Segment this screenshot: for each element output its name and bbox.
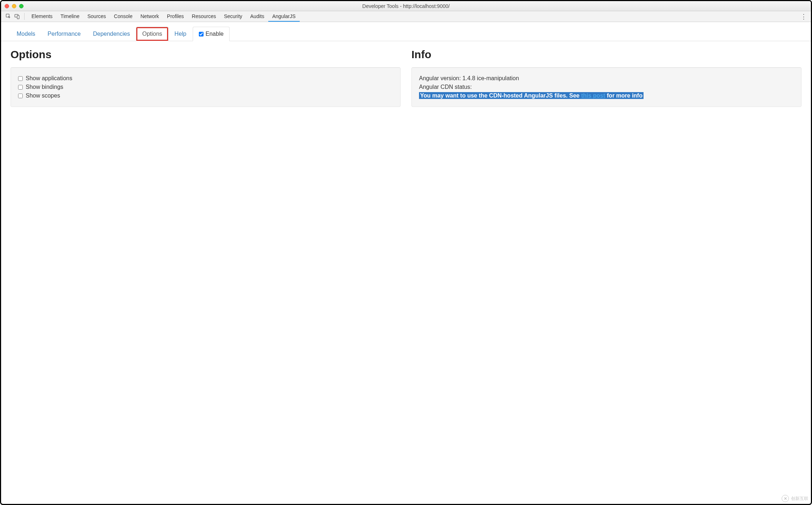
angularjs-tab-options[interactable]: Options bbox=[136, 27, 168, 41]
angularjs-panel-tabs: ModelsPerformanceDependenciesOptionsHelp… bbox=[1, 22, 811, 41]
info-column: Info Angular version: 1.4.8 ice-manipula… bbox=[411, 48, 802, 107]
watermark-text: 创新互联 bbox=[791, 496, 808, 502]
window-title: Developer Tools - http://localhost:9000/ bbox=[1, 3, 811, 9]
window-minimize-button[interactable] bbox=[12, 4, 16, 8]
device-toggle-icon[interactable] bbox=[13, 11, 21, 22]
option-checkbox[interactable] bbox=[18, 76, 23, 81]
watermark: ✕ 创新互联 bbox=[782, 495, 808, 502]
devtools-tab-elements[interactable]: Elements bbox=[27, 11, 56, 22]
angular-version-text: Angular version: 1.4.8 ice-manipulation bbox=[419, 74, 794, 83]
enable-toggle[interactable]: Enable bbox=[193, 27, 230, 41]
devtools-tab-angularjs[interactable]: AngularJS bbox=[268, 11, 300, 22]
option-label: Show scopes bbox=[26, 92, 60, 99]
cdn-post-link[interactable]: this post bbox=[581, 92, 605, 99]
info-heading: Info bbox=[411, 48, 802, 61]
option-label: Show bindings bbox=[26, 84, 63, 90]
devtools-tab-resources[interactable]: Resources bbox=[188, 11, 220, 22]
option-show-applications[interactable]: Show applications bbox=[18, 74, 393, 83]
enable-label: Enable bbox=[206, 31, 224, 37]
cdn-status-label: Angular CDN status: bbox=[419, 83, 794, 91]
devtools-tab-sources[interactable]: Sources bbox=[84, 11, 110, 22]
enable-checkbox[interactable] bbox=[199, 32, 204, 36]
angularjs-tab-models[interactable]: Models bbox=[10, 27, 42, 41]
window-close-button[interactable] bbox=[5, 4, 9, 8]
svg-rect-2 bbox=[17, 16, 19, 19]
window-maximize-button[interactable] bbox=[19, 4, 23, 8]
options-column: Options Show applicationsShow bindingsSh… bbox=[10, 48, 401, 107]
devtools-tab-console[interactable]: Console bbox=[110, 11, 136, 22]
devtools-tab-timeline[interactable]: Timeline bbox=[56, 11, 83, 22]
angularjs-tab-dependencies[interactable]: Dependencies bbox=[87, 27, 136, 41]
divider bbox=[24, 13, 25, 20]
inspect-element-icon[interactable] bbox=[4, 11, 13, 22]
option-checkbox[interactable] bbox=[18, 94, 23, 98]
devtools-tab-profiles[interactable]: Profiles bbox=[163, 11, 188, 22]
panel-content: Options Show applicationsShow bindingsSh… bbox=[1, 41, 811, 114]
devtools-tabbar: ElementsTimelineSourcesConsoleNetworkPro… bbox=[1, 11, 811, 22]
devtools-tab-security[interactable]: Security bbox=[220, 11, 246, 22]
devtools-tab-audits[interactable]: Audits bbox=[246, 11, 268, 22]
window-titlebar: Developer Tools - http://localhost:9000/ bbox=[1, 1, 811, 11]
cdn-msg-before: You may want to use the CDN-hosted Angul… bbox=[420, 92, 581, 99]
info-well: Angular version: 1.4.8 ice-manipulation … bbox=[411, 67, 802, 107]
option-label: Show applications bbox=[26, 75, 72, 82]
spacer bbox=[300, 11, 799, 22]
devtools-tab-network[interactable]: Network bbox=[136, 11, 163, 22]
kebab-menu-icon[interactable]: ⋮ bbox=[799, 11, 808, 22]
option-show-scopes[interactable]: Show scopes bbox=[18, 91, 393, 100]
traffic-lights bbox=[1, 4, 23, 8]
cdn-status-message: You may want to use the CDN-hosted Angul… bbox=[419, 91, 794, 100]
options-heading: Options bbox=[10, 48, 401, 61]
options-well: Show applicationsShow bindingsShow scope… bbox=[10, 67, 401, 107]
option-show-bindings[interactable]: Show bindings bbox=[18, 83, 393, 91]
option-checkbox[interactable] bbox=[18, 85, 23, 90]
watermark-icon: ✕ bbox=[782, 495, 789, 502]
angularjs-tab-performance[interactable]: Performance bbox=[42, 27, 87, 41]
angularjs-tab-help[interactable]: Help bbox=[168, 27, 193, 41]
cdn-msg-after: for more info bbox=[605, 92, 642, 99]
